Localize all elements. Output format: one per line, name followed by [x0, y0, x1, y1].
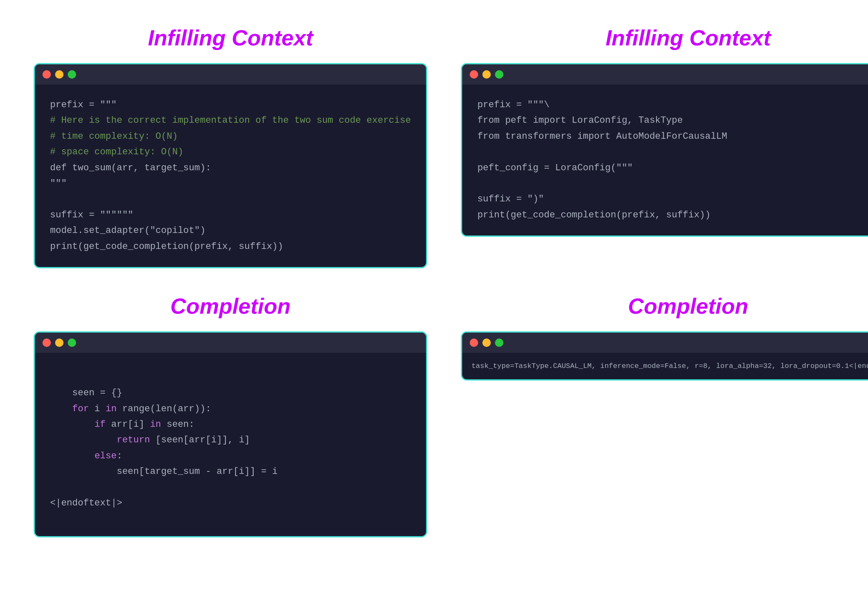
dot-yellow-1 — [55, 70, 64, 79]
code-line: task_type=TaskType.CAUSAL_LM, inference_… — [471, 360, 868, 372]
code-line — [50, 480, 411, 495]
section-bottom-right: Completion task_type=TaskType.CAUSAL_LM,… — [461, 294, 868, 538]
dot-green-1 — [68, 70, 76, 79]
section-title-top-right: Infilling Context — [461, 25, 868, 50]
code-window-top-right: prefix = """\ from peft import LoraConfi… — [461, 63, 868, 237]
code-body-bottom-right: task_type=TaskType.CAUSAL_LM, inference_… — [462, 353, 868, 379]
code-line: for i in range(len(arr)): — [50, 401, 411, 417]
code-window-bottom-right: task_type=TaskType.CAUSAL_LM, inference_… — [461, 331, 868, 381]
code-body-top-right: prefix = """\ from peft import LoraConfi… — [462, 85, 868, 235]
dot-yellow-2 — [482, 70, 491, 79]
section-title-bottom-left: Completion — [34, 294, 427, 319]
page-container: Infilling Context prefix = """ # Here is… — [0, 0, 868, 563]
code-body-top-left: prefix = """ # Here is the correct imple… — [35, 85, 426, 267]
dot-red-4 — [470, 339, 478, 347]
code-line: # space complexity: O(N) — [50, 144, 411, 160]
section-title-top-left: Infilling Context — [34, 25, 427, 50]
code-line: # time complexity: O(N) — [50, 129, 411, 144]
code-line: else: — [50, 448, 411, 464]
dot-yellow-3 — [55, 339, 64, 347]
section-bottom-left: Completion seen = {} for i in range(len(… — [34, 294, 427, 538]
section-top-left: Infilling Context prefix = """ # Here is… — [34, 25, 427, 268]
code-line: print(get_code_completion(prefix, suffix… — [50, 239, 411, 254]
titlebar-top-right — [462, 64, 868, 85]
code-line — [50, 191, 411, 207]
code-line: peft_config = LoraConfig(""" — [477, 160, 868, 176]
code-line: suffix = ")" — [477, 191, 868, 207]
code-line: """ — [50, 176, 411, 191]
code-line — [477, 176, 868, 191]
code-line: print(get_code_completion(prefix, suffix… — [477, 207, 868, 223]
code-line: prefix = """\ — [477, 97, 868, 113]
dot-green-4 — [495, 339, 503, 347]
dot-red-2 — [470, 70, 478, 79]
titlebar-top-left — [35, 64, 426, 85]
code-line: suffix = """""" — [50, 207, 411, 223]
code-line: if arr[i] in seen: — [50, 417, 411, 432]
dot-red-1 — [42, 70, 51, 79]
code-line: seen = {} — [50, 385, 411, 401]
code-line: seen[target_sum - arr[i]] = i — [50, 464, 411, 479]
code-line: return [seen[arr[i]], i] — [50, 432, 411, 448]
dot-green-3 — [68, 339, 76, 347]
code-line: # Here is the correct implementation of … — [50, 113, 411, 128]
section-title-bottom-right: Completion — [461, 294, 868, 319]
code-window-top-left: prefix = """ # Here is the correct imple… — [34, 63, 427, 268]
titlebar-bottom-right — [462, 333, 868, 353]
code-line: <|endoftext|> — [50, 495, 411, 511]
code-line — [50, 370, 411, 385]
code-body-bottom-left: seen = {} for i in range(len(arr)): if a… — [35, 353, 426, 537]
titlebar-bottom-left — [35, 333, 426, 353]
dot-yellow-4 — [482, 339, 491, 347]
dot-green-2 — [495, 70, 503, 79]
main-grid: Infilling Context prefix = """ # Here is… — [34, 25, 834, 537]
dot-red-3 — [42, 339, 51, 347]
code-line: from peft import LoraConfig, TaskType — [477, 113, 868, 128]
code-line — [477, 144, 868, 160]
code-window-bottom-left: seen = {} for i in range(len(arr)): if a… — [34, 331, 427, 538]
code-line: prefix = """ — [50, 97, 411, 113]
code-line: model.set_adapter("copilot") — [50, 223, 411, 238]
code-line: def two_sum(arr, target_sum): — [50, 160, 411, 176]
code-line: from transformers import AutoModelForCau… — [477, 129, 868, 144]
section-top-right: Infilling Context prefix = """\ from pef… — [461, 25, 868, 268]
